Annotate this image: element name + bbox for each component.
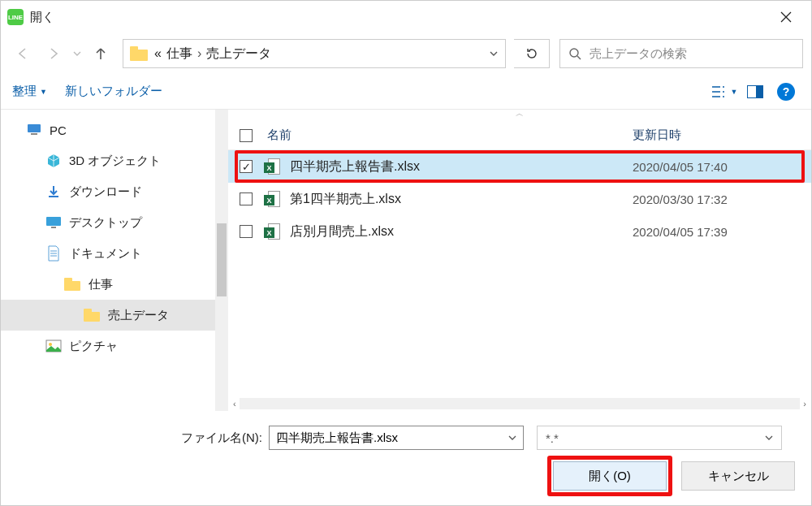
- cancel-button[interactable]: キャンセル: [681, 461, 795, 491]
- tree-item-label: 仕事: [89, 277, 113, 292]
- tree-item-folder[interactable]: 売上データ: [1, 300, 228, 331]
- tree-item-3d[interactable]: 3D オブジェクト: [1, 145, 228, 176]
- download-icon: [45, 184, 63, 200]
- chevron-down-icon[interactable]: [765, 434, 773, 442]
- tree-item-document[interactable]: ドキュメント: [1, 238, 228, 269]
- column-date[interactable]: 更新日時: [633, 128, 811, 143]
- row-checkbox[interactable]: [228, 160, 264, 173]
- help-button[interactable]: ?: [772, 80, 800, 104]
- file-name: 第1四半期売上.xlsx: [290, 191, 633, 208]
- desktop-icon: [45, 214, 63, 231]
- tree-item-label: ダウンロード: [69, 184, 142, 200]
- column-name[interactable]: 名前: [264, 128, 633, 143]
- breadcrumb-prefix: «: [154, 46, 162, 61]
- preview-pane-button[interactable]: [741, 80, 769, 104]
- file-list: X四半期売上報告書.xlsx2020/04/05 17:40X第1四半期売上.x…: [228, 150, 811, 396]
- pictures-icon: [45, 338, 63, 354]
- 3d-icon: [45, 153, 63, 169]
- navbar: « 仕事 › 売上データ 売上データの検索: [1, 33, 811, 74]
- svg-rect-5: [756, 86, 762, 97]
- scrollbar-thumb[interactable]: [217, 223, 227, 296]
- xlsx-icon: X: [264, 223, 283, 240]
- svg-point-3: [723, 96, 724, 97]
- dialog-title: 開く: [30, 10, 54, 25]
- tree-item-label: ピクチャ: [69, 339, 118, 354]
- column-headers: 名前 更新日時: [228, 121, 811, 150]
- filename-label: ファイル名(N):: [1, 430, 269, 446]
- scroll-right-icon[interactable]: ›: [803, 399, 806, 409]
- svg-rect-7: [31, 133, 37, 135]
- titlebar: LINE 開く: [1, 1, 811, 33]
- row-checkbox[interactable]: [228, 225, 264, 238]
- line-app-icon: LINE: [7, 9, 24, 25]
- recent-dropdown[interactable]: [71, 40, 84, 67]
- svg-point-1: [723, 86, 724, 88]
- help-icon: ?: [777, 83, 795, 101]
- address-dropdown[interactable]: [489, 49, 499, 58]
- pc-icon: [25, 122, 43, 138]
- svg-rect-6: [28, 124, 41, 132]
- file-name: 店別月間売上.xlsx: [290, 223, 633, 240]
- toolbar: 整理▼ 新しいフォルダー ▼ ?: [1, 74, 811, 110]
- folder-icon: [64, 276, 82, 292]
- chevron-down-icon[interactable]: [508, 434, 516, 442]
- tree-item-pictures[interactable]: ピクチャ: [1, 331, 228, 361]
- chevron-right-icon: ›: [197, 46, 201, 61]
- xlsx-icon: X: [264, 191, 283, 207]
- tree-item-label: デスクトップ: [69, 215, 142, 231]
- view-menu[interactable]: ▼: [710, 80, 738, 104]
- file-date: 2020/03/30 17:32: [633, 192, 811, 206]
- svg-rect-8: [49, 196, 58, 197]
- file-row[interactable]: X店別月間売上.xlsx2020/04/05 17:39: [228, 215, 811, 248]
- file-name: 四半期売上報告書.xlsx: [290, 158, 633, 175]
- search-placeholder: 売上データの検索: [590, 46, 687, 62]
- breadcrumb-item[interactable]: 売上データ: [206, 45, 271, 63]
- scroll-left-icon[interactable]: ‹: [233, 399, 236, 409]
- file-open-dialog: LINE 開く « 仕事 › 売上デー: [0, 0, 812, 506]
- tree-item-label: 3D オブジェクト: [69, 154, 161, 169]
- svg-rect-9: [46, 217, 61, 226]
- body: PC3D オブジェクトダウンロードデスクトップドキュメント仕事売上データピクチャ…: [1, 110, 811, 411]
- file-row[interactable]: X第1四半期売上.xlsx2020/03/30 17:32: [228, 183, 811, 215]
- horizontal-scrollbar[interactable]: ‹ ›: [228, 396, 811, 411]
- file-list-pane: ︿ 名前 更新日時 X四半期売上報告書.xlsx2020/04/05 17:40…: [228, 110, 811, 411]
- header-checkbox[interactable]: [228, 129, 264, 142]
- open-button[interactable]: 開く(O): [553, 461, 667, 491]
- up-button[interactable]: [87, 40, 114, 67]
- folder-icon: [84, 307, 102, 323]
- tree-item-pc[interactable]: PC: [1, 115, 228, 145]
- xlsx-icon: X: [264, 158, 283, 175]
- back-button[interactable]: [9, 40, 37, 67]
- refresh-button[interactable]: [514, 39, 550, 68]
- collapse-chevron-icon[interactable]: ︿: [228, 110, 811, 121]
- new-folder-button[interactable]: 新しいフォルダー: [65, 84, 162, 99]
- file-type-select[interactable]: *.*: [537, 426, 782, 450]
- forward-button[interactable]: [40, 40, 67, 67]
- file-row[interactable]: X四半期売上報告書.xlsx2020/04/05 17:40: [228, 150, 811, 183]
- tree-item-label: 売上データ: [108, 308, 169, 323]
- document-icon: [45, 245, 63, 262]
- breadcrumb: « 仕事 › 売上データ: [154, 45, 271, 63]
- folder-tree[interactable]: PC3D オブジェクトダウンロードデスクトップドキュメント仕事売上データピクチャ: [1, 110, 228, 411]
- file-date: 2020/04/05 17:39: [633, 225, 811, 239]
- filename-input[interactable]: 四半期売上報告書.xlsx: [269, 426, 524, 450]
- close-button[interactable]: [767, 4, 805, 30]
- row-checkbox[interactable]: [228, 192, 264, 205]
- organize-menu[interactable]: 整理▼: [12, 84, 47, 99]
- search-icon: [568, 47, 581, 60]
- search-box[interactable]: 売上データの検索: [559, 39, 803, 68]
- sidebar-scrollbar[interactable]: [215, 110, 228, 411]
- svg-point-0: [570, 49, 578, 57]
- svg-rect-10: [51, 227, 56, 228]
- footer: ファイル名(N): 四半期売上報告書.xlsx *.* 開く(O) キャンセル: [1, 411, 811, 505]
- tree-item-folder[interactable]: 仕事: [1, 269, 228, 300]
- tree-item-desktop[interactable]: デスクトップ: [1, 207, 228, 238]
- svg-point-2: [723, 91, 724, 93]
- open-button-highlight: 開く(O): [553, 461, 667, 491]
- tree-item-download[interactable]: ダウンロード: [1, 176, 228, 207]
- filename-value: 四半期売上報告書.xlsx: [276, 430, 398, 446]
- file-type-value: *.*: [546, 431, 559, 445]
- breadcrumb-item[interactable]: 仕事: [166, 45, 192, 63]
- tree-item-label: ドキュメント: [69, 246, 142, 262]
- address-bar[interactable]: « 仕事 › 売上データ: [123, 39, 506, 68]
